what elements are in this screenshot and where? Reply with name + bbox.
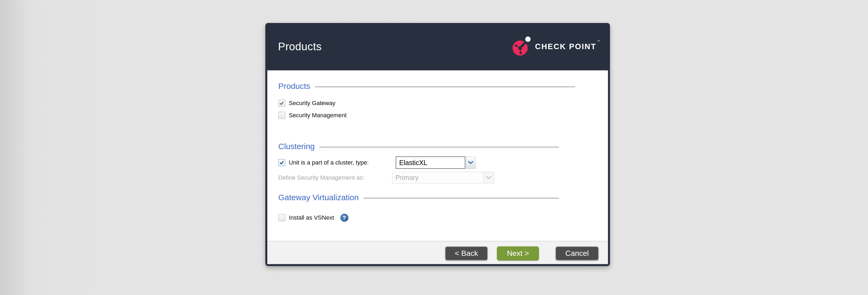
security-gateway-checkbox[interactable] — [278, 100, 285, 107]
section-rule — [364, 198, 559, 199]
check-icon — [279, 101, 284, 105]
back-button[interactable]: < Back — [445, 246, 488, 260]
clustering-section-heading: Clustering — [278, 142, 559, 151]
install-vsnext-label: Install as VSNext — [289, 214, 334, 221]
chevron-down-icon — [468, 161, 474, 165]
dialog-footer: < Back Next > Cancel — [267, 241, 608, 264]
cancel-button[interactable]: Cancel — [555, 246, 599, 260]
security-management-checkbox[interactable] — [278, 112, 285, 119]
cluster-checkbox-group: Unit is a part of a cluster, type: — [278, 159, 392, 166]
install-vsnext-checkbox[interactable] — [278, 214, 285, 221]
next-button[interactable]: Next > — [497, 246, 539, 260]
brand-name-text: CHECK POINT — [535, 42, 596, 51]
dialog-header: Products CHECK POINT™ — [265, 23, 610, 70]
virtualization-section-heading: Gateway Virtualization — [278, 193, 559, 202]
vsnext-help-icon[interactable]: ? — [340, 214, 348, 222]
products-wizard-dialog: Products CHECK POINT™ Products — [265, 23, 610, 266]
define-management-row: Define Security Management as: Primary — [278, 172, 608, 183]
define-management-label: Define Security Management as: — [278, 174, 392, 181]
section-rule — [315, 86, 575, 87]
trademark-symbol: ™ — [597, 39, 601, 43]
management-role-value: Primary — [393, 172, 483, 183]
cluster-member-checkbox[interactable] — [278, 159, 285, 166]
checkpoint-logo: CHECK POINT™ — [512, 36, 600, 58]
management-role-dropdown-button — [483, 172, 494, 183]
security-gateway-label: Security Gateway — [289, 100, 335, 107]
dialog-content: Products Security Gateway Security Manag… — [267, 70, 608, 241]
section-title-virtualization: Gateway Virtualization — [278, 193, 359, 202]
checkpoint-mark-icon — [512, 36, 531, 58]
brand-name: CHECK POINT™ — [535, 42, 600, 51]
security-management-row: Security Management — [278, 112, 608, 119]
vsnext-row: Install as VSNext ? — [278, 214, 608, 222]
cluster-member-label: Unit is a part of a cluster, type: — [289, 159, 369, 166]
check-icon — [279, 160, 284, 165]
cluster-type-row: Unit is a part of a cluster, type: Elast… — [278, 156, 608, 169]
cluster-type-dropdown-button[interactable] — [466, 156, 475, 169]
section-rule — [319, 147, 559, 148]
section-title-products: Products — [278, 81, 310, 91]
page-title: Products — [278, 40, 322, 53]
security-gateway-row: Security Gateway — [278, 100, 608, 107]
management-role-dropdown: Primary — [392, 172, 494, 183]
products-section-heading: Products — [278, 81, 575, 91]
security-management-label: Security Management — [289, 112, 346, 119]
section-title-clustering: Clustering — [278, 142, 315, 151]
cluster-type-dropdown[interactable]: ElasticXL — [396, 156, 475, 169]
chevron-down-icon — [486, 176, 492, 180]
cluster-type-value: ElasticXL — [396, 156, 465, 169]
